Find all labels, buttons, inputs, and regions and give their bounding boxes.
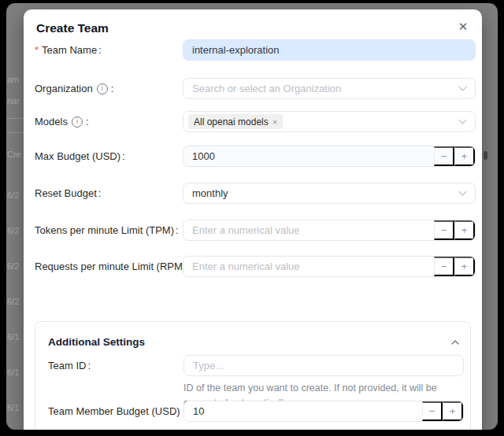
reset-budget-value: monthly <box>192 187 228 199</box>
label-colon: : <box>122 150 125 162</box>
team-name-label-text: Team Name <box>42 44 97 56</box>
models-label: Models i : <box>35 111 89 132</box>
backdrop-text-fragment: nar <box>7 96 20 105</box>
models-select[interactable]: All openai models × <box>183 111 476 132</box>
max-budget-stepper: − + <box>183 146 476 167</box>
team-id-label-text: Team ID <box>48 360 86 371</box>
team-member-budget-label: Team Member Budget (USD) ? : <box>48 401 201 422</box>
team-id-label: Team ID : <box>48 355 91 376</box>
tpm-input[interactable] <box>183 220 434 240</box>
organization-placeholder: Search or select an Organization <box>192 83 341 94</box>
backdrop-text-fragment: am <box>7 75 19 84</box>
team-id-row: Team ID : <box>48 355 459 376</box>
team-member-budget-label-text: Team Member Budget (USD) <box>48 405 180 417</box>
rpm-label-text: Requests per minute Limit (RPM) <box>35 260 186 272</box>
reset-budget-label-text: Reset Budget <box>35 187 97 199</box>
additional-settings-header[interactable]: Additional Settings <box>48 336 459 348</box>
scrollbar-thumb[interactable] <box>484 151 487 160</box>
tag-remove-icon[interactable]: × <box>272 117 277 127</box>
team-name-input[interactable] <box>183 39 476 61</box>
rpm-row: Requests per minute Limit (RPM) : − + <box>35 256 476 277</box>
additional-settings-title: Additional Settings <box>48 336 145 348</box>
reset-budget-row: Reset Budget : monthly <box>35 183 476 204</box>
label-colon: : <box>86 116 89 127</box>
team-member-budget-input[interactable] <box>184 401 422 421</box>
organization-label: Organization i : <box>35 78 113 99</box>
max-budget-label: Max Budget (USD) : <box>35 146 125 167</box>
backdrop-text-fragment: 6/2 <box>7 226 19 235</box>
chevron-down-icon <box>458 119 467 124</box>
info-icon[interactable]: i <box>97 83 108 94</box>
additional-settings-panel: Additional Settings Team ID : ID of the … <box>35 321 471 430</box>
backdrop-text-fragment: 6/2 <box>7 261 19 271</box>
label-colon: : <box>111 83 114 94</box>
increment-button[interactable]: + <box>454 146 475 166</box>
team-member-budget-stepper: − + <box>183 401 464 422</box>
team-member-budget-row: Team Member Budget (USD) ? : − + <box>48 401 459 422</box>
team-name-label: * Team Name : <box>35 39 102 61</box>
label-colon: : <box>98 44 102 56</box>
chevron-down-icon <box>458 86 467 91</box>
backdrop-text-fragment: Cre <box>7 150 21 159</box>
selected-model-tag: All openai models × <box>188 114 283 129</box>
decrement-button[interactable]: − <box>434 257 454 276</box>
label-colon: : <box>98 187 102 199</box>
team-name-row: * Team Name : <box>35 39 476 61</box>
decrement-button[interactable]: − <box>422 401 443 421</box>
backdrop-text-fragment: 6/1 <box>7 368 19 377</box>
max-budget-label-text: Max Budget (USD) <box>35 150 120 162</box>
models-label-text: Models <box>35 116 68 127</box>
organization-select[interactable]: Search or select an Organization <box>183 78 476 99</box>
rpm-label: Requests per minute Limit (RPM) : <box>35 256 191 277</box>
chevron-down-icon <box>458 190 467 196</box>
backdrop-text-fragment: 6/2 <box>7 190 19 200</box>
organization-label-text: Organization <box>35 83 93 94</box>
rpm-stepper: − + <box>183 256 476 277</box>
organization-row: Organization i : Search or select an Org… <box>35 78 476 99</box>
tpm-label-text: Tokens per minute Limit (TPM) <box>35 224 174 236</box>
tpm-label: Tokens per minute Limit (TPM) : <box>35 220 179 241</box>
max-budget-row: Max Budget (USD) : − + <box>35 146 476 167</box>
reset-budget-label: Reset Budget : <box>35 183 101 204</box>
tpm-row: Tokens per minute Limit (TPM) : − + <box>35 220 476 241</box>
tpm-stepper: − + <box>183 220 476 241</box>
create-team-modal: Create Team ✕ * Team Name : Organization… <box>24 9 482 430</box>
models-row: Models i : All openai models × <box>35 111 476 132</box>
increment-button[interactable]: + <box>454 257 475 276</box>
backdrop-divider <box>6 132 24 133</box>
backdrop-text-fragment: 6/1 <box>7 332 19 342</box>
backdrop-text-fragment: 6/1 <box>7 403 19 412</box>
team-id-input[interactable] <box>183 355 464 376</box>
modal-title: Create Team <box>36 21 109 35</box>
decrement-button[interactable]: − <box>434 220 454 240</box>
selected-model-tag-text: All openai models <box>194 116 269 127</box>
backdrop-divider <box>6 118 24 119</box>
required-asterisk: * <box>35 44 39 56</box>
label-colon: : <box>176 224 179 236</box>
increment-button[interactable]: + <box>454 220 475 240</box>
decrement-button[interactable]: − <box>434 146 454 166</box>
backdrop-text-fragment: 6/2 <box>7 297 19 306</box>
close-icon[interactable]: ✕ <box>454 18 472 35</box>
info-icon[interactable]: i <box>72 116 83 127</box>
increment-button[interactable]: + <box>443 401 463 421</box>
chevron-up-icon <box>451 340 459 345</box>
rpm-input[interactable] <box>183 257 434 276</box>
dimmed-app-window: am nar Cre 6/2 6/2 6/2 6/2 6/1 6/1 6/1 C… <box>6 3 498 430</box>
max-budget-input[interactable] <box>183 146 434 166</box>
label-colon: : <box>87 360 91 371</box>
reset-budget-select[interactable]: monthly <box>183 183 476 204</box>
